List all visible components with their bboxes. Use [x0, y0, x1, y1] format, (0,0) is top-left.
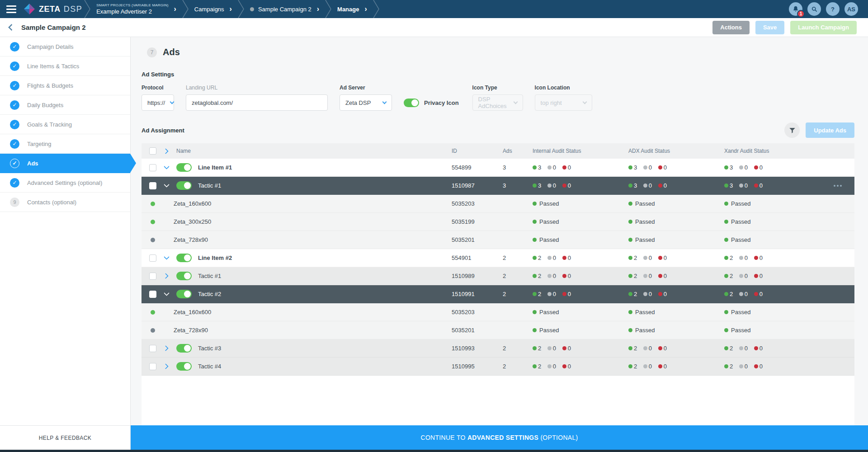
failed-dot	[754, 346, 758, 350]
help-feedback-link[interactable]: HELP & FEEDBACK	[0, 425, 131, 450]
audit-xandr: 2 0 0	[724, 273, 820, 279]
failed-dot	[658, 256, 662, 260]
launch-campaign-button[interactable]: Launch Campaign	[790, 21, 857, 34]
protocol-select[interactable]: https://	[142, 94, 174, 111]
brand-logo[interactable]: ZETA DSP	[24, 3, 82, 15]
ad-server-select[interactable]: Zeta DSP	[340, 94, 392, 111]
table-row-tactic[interactable]: Tactic #215109912 2 0 0 2 0 0 2 0 0	[142, 285, 854, 303]
row-checkbox[interactable]	[149, 164, 156, 171]
row-checkbox[interactable]	[149, 273, 156, 280]
active-toggle[interactable]	[176, 163, 192, 172]
cell-ads-count: 3	[503, 182, 533, 189]
breadcrumb-item[interactable]: Campaigns›	[189, 5, 238, 13]
failed-dot	[562, 346, 566, 350]
sidebar-item-targeting[interactable]: ✓Targeting	[0, 134, 130, 154]
tactic-name: Tactic #3	[198, 345, 221, 352]
row-checkbox[interactable]	[149, 291, 156, 298]
pending-dot	[739, 184, 743, 188]
cell-id: 554899	[452, 164, 503, 171]
actions-button[interactable]: Actions	[712, 21, 750, 34]
update-ads-button[interactable]: Update Ads	[806, 122, 854, 138]
cell-id: 1510993	[452, 345, 503, 352]
pending-dot	[739, 364, 743, 368]
ad-assignment-heading: Ad Assignment	[142, 127, 184, 134]
table-row-lineitem[interactable]: Line Item #25549012 2 0 0 2 0 0 2 0 0	[142, 249, 854, 267]
passed-dot	[724, 274, 728, 278]
passed-dot	[724, 165, 728, 170]
failed-dot	[562, 274, 566, 278]
pending-dot	[739, 165, 743, 170]
continue-button[interactable]: CONTINUE TO ADVANCED SETTINGS (OPTIONAL)	[131, 425, 868, 450]
row-checkbox[interactable]	[149, 345, 156, 352]
notifications-icon[interactable]: 1	[789, 2, 802, 16]
active-toggle[interactable]	[176, 290, 192, 298]
row-checkbox[interactable]	[149, 254, 156, 262]
ad-assignment-header: Ad Assignment Update Ads	[142, 122, 854, 138]
sidebar-item-advanced-settings-optional[interactable]: ✓Advanced Settings (optional)	[0, 173, 130, 193]
sidebar-item-flights-budgets[interactable]: ✓Flights & Budgets	[0, 76, 130, 95]
table-row-creative[interactable]: Zeta_728x905035201PassedPassedPassed	[142, 231, 854, 249]
back-icon[interactable]	[8, 24, 15, 31]
privacy-icon-label: Privacy Icon	[424, 99, 459, 106]
table-row-tactic[interactable]: Tactic #415109952 2 0 0 2 0 0 2 0 0	[142, 358, 854, 376]
chevron-down-icon	[170, 99, 175, 104]
active-toggle[interactable]	[176, 362, 192, 371]
cell-id: 1510991	[452, 291, 503, 297]
audit-xandr: Passed	[724, 200, 820, 207]
table-row-creative[interactable]: Zeta_728x905035201PassedPassedPassed	[142, 321, 854, 339]
sidebar-item-campaign-details[interactable]: ✓Campaign Details	[0, 37, 130, 56]
sidebar-item-label: Contacts (optional)	[27, 199, 76, 206]
table-row-lineitem[interactable]: Line Item #15548993 3 0 0 3 0 0 3 0 0	[142, 159, 854, 177]
tactic-name: Tactic #1	[198, 273, 221, 279]
sidebar-item-daily-budgets[interactable]: ✓Daily Budgets	[0, 95, 130, 115]
sidebar-item-goals-tracking[interactable]: ✓Goals & Tracking	[0, 115, 130, 134]
breadcrumb-item[interactable]: SMART PROJECTS (VARIABLE MARGIN)Example …	[90, 3, 182, 15]
select-all-checkbox[interactable]	[149, 147, 156, 155]
table-row-creative[interactable]: Zeta_300x2505035199PassedPassedPassed	[142, 213, 854, 231]
menu-icon[interactable]	[6, 5, 16, 13]
avatar[interactable]: AS	[844, 2, 858, 16]
breadcrumb-label: Manage	[337, 6, 359, 13]
filter-button[interactable]	[784, 122, 800, 138]
table-row-tactic[interactable]: Tactic #115109873 3 0 0 3 0 0 3 0 0	[142, 177, 854, 195]
active-toggle[interactable]	[176, 181, 192, 190]
active-toggle[interactable]	[176, 344, 192, 353]
collapse-icon[interactable]	[164, 254, 170, 260]
audit-internal: 2 0 0	[533, 363, 628, 370]
landing-url-input[interactable]	[186, 94, 328, 111]
chevron-right-icon: ›	[230, 5, 232, 13]
table-row-creative[interactable]: Zeta_160x6005035203PassedPassedPassed	[142, 195, 854, 213]
row-checkbox[interactable]	[149, 363, 156, 370]
breadcrumb-item[interactable]: Sample Campaign 2›	[244, 5, 325, 13]
active-toggle[interactable]	[176, 272, 192, 280]
failed-dot	[754, 256, 758, 260]
help-icon[interactable]: ?	[826, 2, 840, 16]
collapse-icon[interactable]	[164, 290, 170, 296]
passed-dot	[628, 165, 632, 170]
sidebar-item-line-items-tactics[interactable]: ✓Line Items & Tactics	[0, 56, 130, 76]
active-toggle[interactable]	[176, 254, 192, 262]
row-menu-icon[interactable]	[834, 185, 842, 187]
failed-dot	[754, 274, 758, 278]
sidebar-item-contacts-optional[interactable]: 9Contacts (optional)	[0, 193, 130, 212]
section-title: Ads	[163, 47, 180, 57]
ad-status-dot	[151, 328, 155, 333]
breadcrumb-item[interactable]: Manage›	[331, 5, 373, 13]
table-row-tactic[interactable]: Tactic #115109892 2 0 0 2 0 0 2 0 0	[142, 267, 854, 285]
sidebar-item-ads[interactable]: ✓Ads	[0, 154, 130, 173]
failed-dot	[658, 274, 662, 278]
table-row-creative[interactable]: Zeta_160x6005035203PassedPassedPassed	[142, 303, 854, 321]
row-checkbox[interactable]	[149, 182, 156, 189]
privacy-icon-toggle[interactable]	[404, 99, 419, 107]
navbar-actions: 1?AS	[789, 2, 858, 16]
save-button[interactable]: Save	[755, 21, 784, 34]
ad-name: Zeta_160x600	[174, 200, 211, 207]
search-icon[interactable]	[807, 2, 821, 16]
collapse-icon[interactable]	[164, 164, 170, 170]
audit-internal: 3 0 0	[533, 164, 628, 171]
table-row-tactic[interactable]: Tactic #315109932 2 0 0 2 0 0 2 0 0	[142, 339, 854, 358]
header-buttons: ActionsSaveLaunch Campaign	[712, 21, 857, 34]
failed-dot	[754, 292, 758, 296]
collapse-icon[interactable]	[164, 182, 170, 188]
passed-dot	[533, 184, 537, 188]
